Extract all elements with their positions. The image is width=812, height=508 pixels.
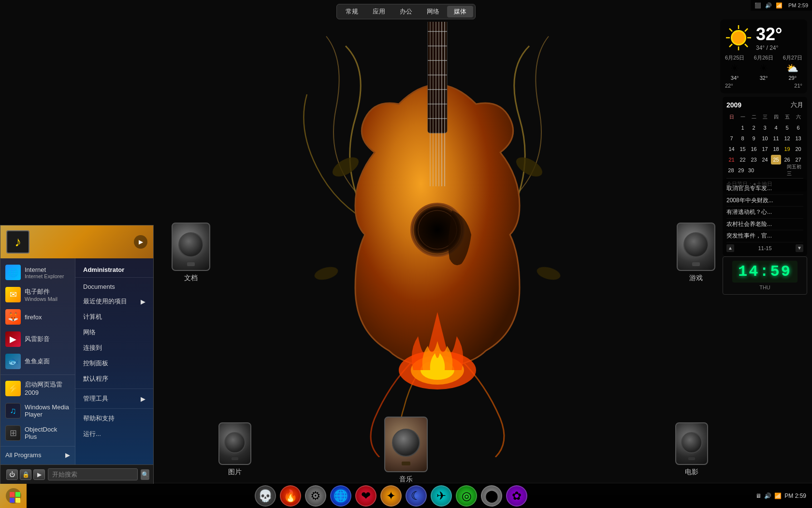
speaker-game-label: 游戏 [689, 274, 703, 283]
app-firefox[interactable]: 🦊 firefox [0, 306, 75, 328]
app-fish-name: 鱼鱼桌面 [25, 357, 50, 366]
systray-icon-2[interactable]: 🔊 [764, 493, 771, 499]
power-buttons: ⏻ 🔒 ▶ [6, 469, 45, 480]
menu-connect[interactable]: 连接到 [75, 340, 153, 356]
menu-run[interactable]: 运行... [75, 426, 153, 442]
app-wmp[interactable]: ♫ Windows Media Player [0, 400, 75, 422]
svg-point-1 [513, 153, 546, 180]
start-logo: ♪ [6, 230, 29, 254]
divider-4 [75, 388, 153, 389]
cal-grid: 日 一 二 三 四 五 六 1 2 3 4 5 6 7 8 [726, 112, 803, 175]
dock-icon-7[interactable]: ✈ [431, 485, 452, 507]
tray-speaker-icon[interactable]: 🔊 [765, 2, 772, 9]
tray-time: PM 2:59 [788, 2, 808, 8]
menu-recent-arrow: ▶ [141, 298, 145, 305]
app-ie-sub: Internet Explorer [25, 273, 64, 279]
menu-help[interactable]: 帮助和支持 [75, 411, 153, 426]
systray-clock: PM 2:59 [784, 493, 806, 499]
tab-general[interactable]: 常规 [339, 6, 365, 17]
app-wmp-icon: ♫ [5, 403, 21, 418]
search-input[interactable] [48, 468, 138, 480]
svg-line-40 [745, 44, 748, 47]
app-thunder-icon: ⚡ [5, 381, 21, 396]
menu-control[interactable]: 控制面板 [75, 356, 153, 371]
app-mail-icon: ✉ [5, 287, 21, 302]
app-fish[interactable]: 🐟 鱼鱼桌面 [0, 350, 75, 373]
start-menu-header: ♪ ▶ [0, 225, 153, 258]
divider-2 [0, 446, 75, 447]
dock-icon-9[interactable]: ⬤ [481, 485, 502, 507]
tab-network[interactable]: 网络 [420, 6, 446, 17]
cal-year: 2009 [726, 101, 741, 109]
speaker-doc[interactable]: 文档 [172, 223, 210, 283]
app-thunder[interactable]: ⚡ 启动网页迅雷2009 [0, 377, 75, 400]
tray-monitor-icon[interactable]: ⬛ [754, 2, 761, 9]
svg-line-42 [729, 44, 732, 47]
dock-icon-0[interactable]: 💀 [255, 485, 276, 507]
news-item-3[interactable]: 农村社会养老险... [726, 219, 803, 231]
search-button[interactable]: 🔍 [141, 469, 149, 480]
tab-apps[interactable]: 应用 [366, 6, 392, 17]
app-objdock[interactable]: ⊞ ObjectDock Plus [0, 422, 75, 444]
tray-network-icon[interactable]: 📶 [776, 2, 783, 9]
svg-point-34 [732, 31, 745, 44]
dock-icon-6[interactable]: ☾ [406, 485, 427, 507]
arrow-btn[interactable]: ▶ [33, 469, 45, 480]
tab-office[interactable]: 办公 [393, 6, 419, 17]
app-ie-name: Internet [25, 266, 46, 273]
news-item-2[interactable]: 有潜逃动机？心... [726, 207, 803, 219]
dock-icon-10[interactable]: ✿ [506, 485, 527, 507]
app-mail[interactable]: ✉ 电子邮件 Windows Mail [0, 284, 75, 306]
menu-default[interactable]: 默认程序 [75, 371, 153, 387]
systray: 🖥 🔊 📶 PM 2:59 [755, 493, 812, 499]
speaker-pic[interactable]: 图片 [218, 422, 251, 477]
dock-icon-3[interactable]: 🌐 [330, 485, 351, 507]
svg-line-41 [745, 29, 748, 31]
app-ie[interactable]: 🌐 Internet Internet Explorer [0, 261, 75, 284]
app-movie[interactable]: ▶ 风雷影音 [0, 328, 75, 350]
news-prev-btn[interactable]: ▲ [726, 244, 734, 252]
speaker-doc-label: 文档 [184, 274, 198, 283]
news-item-4[interactable]: 突发性事件，官... [726, 230, 803, 242]
dock-icon-2[interactable]: ⚙ [305, 485, 326, 507]
dock-icon-4[interactable]: ❤ [355, 485, 377, 507]
weather-sun-icon [725, 24, 752, 51]
app-mail-name: 电子邮件 [25, 288, 50, 295]
clock-day: THU [759, 284, 770, 290]
dock-icon-1[interactable]: 🔥 [280, 485, 301, 507]
app-wmp-name: Windows Media Player [25, 403, 70, 418]
app-objdock-name: ObjectDock Plus [25, 426, 70, 440]
news-nav: ▲ 11-15 ▼ [726, 244, 803, 252]
play-btn[interactable]: ▶ [134, 235, 147, 249]
power-btn[interactable]: ⏻ [6, 469, 18, 480]
tab-media[interactable]: 媒体 [447, 6, 473, 17]
systray-icon-3[interactable]: 📶 [774, 493, 782, 499]
systray-icon-1[interactable]: 🖥 [755, 493, 761, 499]
divider-1 [0, 374, 75, 375]
menu-recent[interactable]: 最近使用的项目 ▶ [75, 294, 153, 309]
app-objdock-icon: ⊞ [5, 425, 21, 441]
app-movie-icon: ▶ [5, 331, 21, 347]
dock-icon-8[interactable]: ◎ [456, 485, 477, 507]
start-right-panel: Administrator Documents 最近使用的项目 ▶ 计算机 网络… [75, 258, 153, 464]
speaker-game[interactable]: 游戏 [677, 223, 715, 283]
news-item-0[interactable]: 取消官员专车发... [726, 183, 803, 195]
start-apps-panel: 🌐 Internet Internet Explorer ✉ 电子邮件 Wind… [0, 258, 75, 464]
all-programs-btn[interactable]: All Programs ▶ [0, 448, 75, 462]
news-item-1[interactable]: 2008年中央财政... [726, 195, 803, 207]
menu-computer[interactable]: 计算机 [75, 309, 153, 325]
news-next-btn[interactable]: ▼ [796, 244, 803, 252]
news-widget: 取消官员专车发... 2008年中央财政... 有潜逃动机？心... 农村社会养… [723, 179, 807, 256]
menu-documents[interactable]: Documents [75, 280, 153, 294]
lock-btn[interactable]: 🔒 [20, 469, 31, 480]
clock-time: 14:59 [732, 261, 798, 283]
menu-admin[interactable]: 管理工具 ▶ [75, 391, 153, 406]
dock-icon-5[interactable]: ✦ [380, 485, 402, 507]
start-button[interactable] [0, 483, 27, 508]
menu-admin-arrow: ▶ [141, 395, 145, 403]
speaker-movie[interactable]: 电影 [675, 422, 708, 477]
news-page: 11-15 [758, 245, 771, 251]
menu-network[interactable]: 网络 [75, 325, 153, 340]
speaker-music[interactable]: 音乐 [384, 417, 428, 484]
taskbar: 💀 🔥 ⚙ 🌐 ❤ ✦ ☾ ✈ ◎ ⬤ ✿ 🖥 🔊 📶 PM 2:59 [0, 483, 812, 508]
